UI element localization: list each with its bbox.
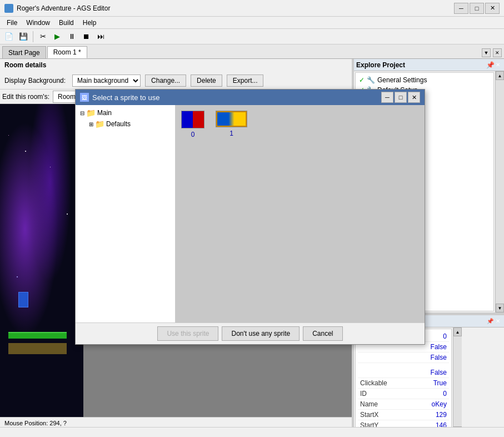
folder-icon-defaults: 📁 <box>95 120 104 128</box>
sprite-0-image <box>182 111 204 128</box>
props-close-btn[interactable]: ✕ <box>494 317 502 325</box>
change-button[interactable]: Change... <box>145 75 186 87</box>
toolbar-stop[interactable]: ⏹ <box>79 31 93 43</box>
toolbar-sep-1 <box>33 31 33 42</box>
toolbar-new[interactable]: 📄 <box>2 31 16 43</box>
menu-file[interactable]: File <box>2 18 22 28</box>
sprite-item-0[interactable]: 0 <box>181 111 204 138</box>
sprite-dialog: 🖼 Select a sprite to use ─ □ ✕ ⊟ 📁 Main … <box>75 89 425 345</box>
maximize-button[interactable]: □ <box>470 3 484 14</box>
toolbar-save[interactable]: 💾 <box>17 31 30 43</box>
star <box>50 167 51 167</box>
delete-button[interactable]: Delete <box>191 75 222 87</box>
tree-label-general-settings: General Settings <box>377 76 427 84</box>
prop-name-id: ID <box>360 390 367 398</box>
prop-val-startx: 129 <box>436 411 447 419</box>
menu-help[interactable]: Help <box>78 18 101 28</box>
toolbar-cut[interactable]: ✂ <box>36 31 49 43</box>
toolbar-pause[interactable]: ⏸ <box>65 31 78 43</box>
explore-close-btn[interactable]: ✕ <box>494 61 502 69</box>
dialog-close-btn[interactable]: ✕ <box>408 92 420 103</box>
props-row-startx: StartX 129 <box>358 410 449 420</box>
star <box>8 135 9 136</box>
prop-name-startx: StartX <box>360 411 378 419</box>
menu-window[interactable]: Window <box>22 18 54 28</box>
sprite-thumb-0 <box>181 111 204 128</box>
prop-val-1: False <box>431 343 447 351</box>
sprite-thumb-1 <box>216 111 247 127</box>
dialog-minimize-btn[interactable]: ─ <box>381 92 393 103</box>
star <box>67 213 68 215</box>
use-sprite-button[interactable]: Use this sprite <box>157 326 218 341</box>
star <box>17 276 18 277</box>
ground <box>8 332 67 339</box>
tab-start-page[interactable]: Start Page <box>2 46 46 58</box>
prop-val-4: False <box>431 369 447 376</box>
star <box>25 151 26 152</box>
tab-bar: Start Page Room 1 * ▼ ✕ <box>0 44 504 59</box>
tree-item-general-settings[interactable]: ✓ 🔧 General Settings <box>358 75 491 85</box>
props-row-id: ID 0 <box>358 389 449 399</box>
explore-scroll-track <box>496 80 504 304</box>
mouse-pos-text: Mouse Position: 294, ? <box>4 420 67 426</box>
folder-general: 🔧 <box>367 76 375 84</box>
toolbar-run[interactable]: ▶ <box>51 31 64 43</box>
props-scroll-up[interactable]: ▲ <box>453 327 462 336</box>
dialog-tree-main[interactable]: ⊟ 📁 Main <box>78 107 173 118</box>
tab-room1[interactable]: Room 1 * <box>47 46 87 58</box>
display-bg-label: Display Background: <box>4 77 66 85</box>
dialog-tree-defaults[interactable]: ⊞ 📁 Defaults <box>87 118 173 130</box>
explore-scroll-up[interactable]: ▲ <box>496 71 504 80</box>
toolbar-step[interactable]: ⏭ <box>94 31 107 43</box>
no-sprite-button[interactable]: Don't use any sprite <box>222 326 300 341</box>
edit-rooms-label: Edit this room's: <box>2 93 49 101</box>
tab-controls: ▼ ✕ <box>482 48 502 58</box>
check-icon-general: ✓ <box>359 76 365 84</box>
prop-val-5: True <box>433 379 447 387</box>
tree-main-label: Main <box>97 109 112 117</box>
cancel-button[interactable]: Cancel <box>303 326 342 341</box>
tree-defaults-label: Defaults <box>106 120 131 128</box>
room-details-bar: Room details Display Background: Main ba… <box>0 59 352 90</box>
display-bg-select[interactable]: Main background <box>72 75 141 87</box>
dialog-title-buttons: ─ □ ✕ <box>381 92 420 103</box>
props-row-5: Clickable True <box>358 378 449 389</box>
expand-icon-main: ⊟ <box>80 110 84 116</box>
menu-bar: File Window Build Help <box>0 17 504 29</box>
explore-pin-btn[interactable]: 📌 <box>486 61 494 69</box>
dialog-sprite-grid-pane: 0 1 <box>176 105 425 322</box>
prop-val-name: oKey <box>432 400 447 408</box>
export-button[interactable]: Export... <box>227 75 264 87</box>
sprite-1-image <box>216 111 247 127</box>
close-button[interactable]: ✕ <box>485 3 500 14</box>
sprite-item-1[interactable]: 1 <box>216 111 247 137</box>
props-spacer <box>358 363 449 368</box>
character <box>18 292 28 307</box>
title-bar: Roger's Adventure - AGS Editor ─ □ ✕ <box>0 0 504 17</box>
menu-build[interactable]: Build <box>54 18 78 28</box>
sprite-grid: 0 1 <box>181 111 419 138</box>
prop-val-0: 0 <box>443 332 447 340</box>
props-vscrollbar[interactable]: ▲ ▼ <box>453 327 462 435</box>
status-bar <box>0 427 504 437</box>
props-row-2: False <box>358 352 449 363</box>
dialog-body: ⊟ 📁 Main ⊞ 📁 Defaults 0 <box>76 105 425 322</box>
expand-icon-defaults: ⊞ <box>89 121 93 127</box>
dialog-footer: Use this sprite Don't use any sprite Can… <box>76 322 425 344</box>
explore-vscrollbar[interactable]: ▲ ▼ <box>495 71 504 312</box>
sprite-num-1: 1 <box>229 130 233 137</box>
explore-title: Explore Project <box>356 61 486 69</box>
props-pin-btn[interactable]: 📌 <box>486 317 494 325</box>
minimize-button[interactable]: ─ <box>454 3 468 14</box>
dialog-maximize-btn[interactable]: □ <box>395 92 407 103</box>
tab-dropdown-btn[interactable]: ▼ <box>482 48 491 57</box>
prop-val-id: 0 <box>443 390 447 398</box>
explore-scroll-down[interactable]: ▼ <box>496 304 504 312</box>
toolbar: 📄 💾 ✂ ▶ ⏸ ⏹ ⏭ <box>0 29 504 44</box>
app-icon <box>4 4 13 13</box>
tab-close-btn[interactable]: ✕ <box>493 48 502 57</box>
window-controls: ─ □ ✕ <box>454 3 500 14</box>
props-row-name: Name oKey <box>358 399 449 410</box>
room-details-label: Room details <box>4 61 347 70</box>
explore-header: Explore Project 📌 ✕ <box>354 59 504 71</box>
